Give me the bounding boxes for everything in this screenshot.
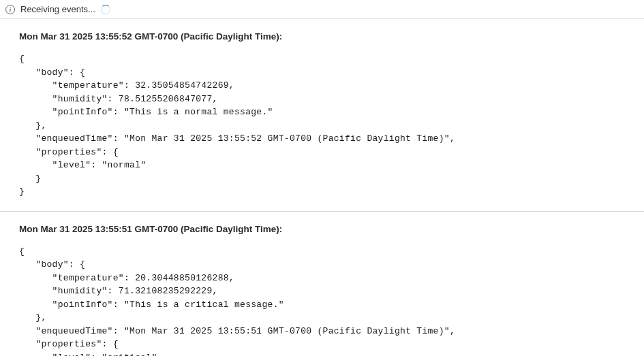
status-bar: i Receiving events... — [0, 0, 644, 19]
loading-spinner-icon — [101, 5, 110, 14]
event-json-body: { "body": { "temperature": 20.3044885012… — [19, 245, 630, 357]
event-block: Mon Mar 31 2025 13:55:51 GMT-0700 (Pacif… — [0, 212, 644, 357]
event-timestamp-header: Mon Mar 31 2025 13:55:52 GMT-0700 (Pacif… — [19, 31, 630, 42]
event-json-body: { "body": { "temperature": 32.3505485474… — [19, 52, 630, 199]
info-icon: i — [5, 5, 15, 14]
status-text: Receiving events... — [20, 4, 95, 14]
event-timestamp-header: Mon Mar 31 2025 13:55:51 GMT-0700 (Pacif… — [19, 224, 630, 234]
events-container: Mon Mar 31 2025 13:55:52 GMT-0700 (Pacif… — [0, 19, 644, 356]
event-block: Mon Mar 31 2025 13:55:52 GMT-0700 (Pacif… — [0, 19, 644, 212]
